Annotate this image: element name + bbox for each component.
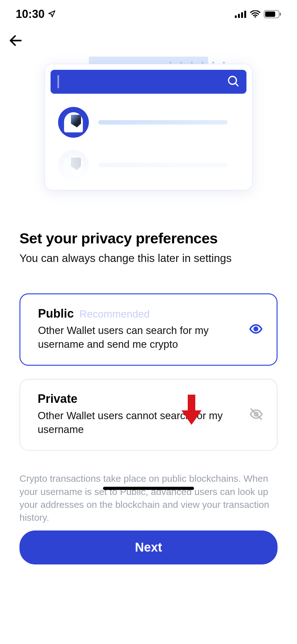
illustration-searchbar (51, 70, 246, 94)
svg-rect-14 (188, 395, 195, 412)
cellular-signal-icon (235, 10, 247, 18)
annotation-arrow-icon (180, 395, 203, 427)
wifi-icon (250, 10, 261, 18)
nav-bar (0, 28, 297, 53)
svg-rect-6 (265, 12, 275, 17)
svg-rect-0 (235, 15, 237, 18)
back-button[interactable] (6, 31, 25, 50)
illustration-text-placeholder (98, 120, 228, 125)
illustration-result-row (51, 107, 246, 138)
home-indicator (103, 487, 194, 490)
next-button-label: Next (135, 540, 162, 554)
battery-icon (264, 10, 281, 18)
next-button[interactable]: Next (19, 530, 278, 564)
illustration-dots (170, 62, 225, 64)
time-label: 10:30 (16, 8, 45, 21)
page-subtitle: You can always change this later in sett… (19, 252, 278, 264)
eye-icon (249, 322, 263, 337)
page-title: Set your privacy preferences (19, 230, 278, 247)
svg-rect-2 (241, 12, 243, 18)
illustration-avatar (58, 107, 89, 138)
eye-off-icon (249, 407, 263, 422)
illustration-card (45, 64, 252, 190)
svg-point-11 (254, 327, 258, 331)
search-icon (227, 75, 240, 89)
arrow-left-icon (9, 34, 23, 48)
option-private-title: Private (38, 392, 78, 406)
svg-rect-7 (280, 13, 281, 16)
svg-marker-15 (181, 410, 202, 425)
illustration-cursor (57, 75, 59, 88)
option-public-desc: Other Wallet users can search for my use… (38, 324, 239, 351)
illustration (0, 57, 297, 192)
location-arrow-icon (48, 8, 56, 21)
svg-rect-3 (244, 11, 246, 18)
option-private[interactable]: Private Other Wallet users cannot search… (19, 379, 278, 451)
option-private-desc: Other Wallet users cannot search for my … (38, 409, 239, 436)
option-public-badge: Recommended (79, 308, 150, 320)
status-bar: 10:30 (0, 0, 297, 28)
option-public[interactable]: Public Recommended Other Wallet users ca… (19, 293, 278, 366)
svg-point-4 (255, 16, 256, 18)
svg-rect-1 (238, 14, 240, 18)
svg-line-10 (235, 83, 238, 86)
disclaimer-text: Crypto transactions take place on public… (19, 472, 278, 524)
status-time: 10:30 (16, 8, 56, 21)
option-public-title: Public (38, 307, 74, 320)
